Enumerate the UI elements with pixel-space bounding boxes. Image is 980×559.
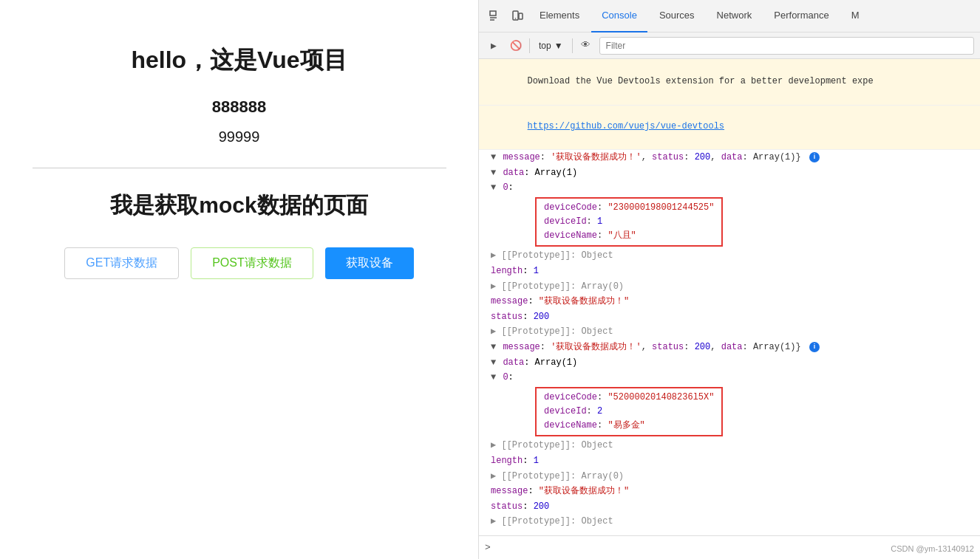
tab-more[interactable]: M bbox=[841, 0, 870, 32]
expand-arrow-1[interactable]: ▼ bbox=[491, 152, 496, 162]
console-prompt: > bbox=[485, 542, 491, 553]
expand-arrow-2[interactable]: ▼ bbox=[491, 342, 496, 352]
prototype-obj-1: ▶ [[Prototype]]: Object bbox=[479, 324, 980, 340]
tab-network[interactable]: Network bbox=[707, 0, 763, 32]
obj1-index0: ▼ 0: bbox=[479, 180, 980, 196]
device-icon[interactable] bbox=[507, 6, 528, 27]
prototype-2a: ▶ [[Prototype]]: Object bbox=[479, 438, 980, 453]
download-message: Download the Vue Devtools extension for … bbox=[479, 59, 980, 106]
divider bbox=[33, 168, 446, 168]
download-link[interactable]: https://github.com/vuejs/vue-devtools bbox=[528, 121, 724, 131]
dropdown-arrow: ▼ bbox=[554, 41, 563, 51]
length-2: length: 1 bbox=[479, 453, 980, 469]
message-1: message: "获取设备数据成功！" bbox=[479, 294, 980, 309]
obj2-data: ▼ data: Array(1) bbox=[479, 355, 980, 371]
expand-arrow-0-2[interactable]: ▼ bbox=[491, 372, 496, 383]
tab-elements[interactable]: Elements bbox=[529, 0, 590, 32]
run-icon[interactable]: ▶ bbox=[485, 37, 503, 55]
obj1-data: ▼ data: Array(1) bbox=[479, 165, 980, 181]
tab-console[interactable]: Console bbox=[591, 0, 647, 32]
svg-rect-4 bbox=[519, 13, 523, 19]
buttons-row: GET请求数据 POST请求数据 获取设备 bbox=[64, 247, 413, 279]
status-2: status: 200 bbox=[479, 499, 980, 515]
devtools-toolbar: ▶ 🚫 top ▼ 👁 bbox=[479, 32, 980, 59]
deviceName-2: deviceName: "易多金" bbox=[544, 419, 714, 433]
highlight-box-1: deviceCode: "230000198001244525" deviceI… bbox=[535, 197, 723, 247]
devtools-panel: Elements Console Sources Network Perform… bbox=[479, 0, 980, 559]
deviceCode-2: deviceCode: "520000201408236l5X" bbox=[544, 391, 714, 405]
tab-sources[interactable]: Sources bbox=[649, 0, 705, 32]
eye-icon[interactable]: 👁 bbox=[577, 37, 595, 55]
subtitle: 我是获取mock数据的页面 bbox=[110, 191, 367, 221]
prototype-obj-2: ▶ [[Prototype]]: Object bbox=[479, 514, 980, 529]
devtools-right-area: Download the Vue Devtools extension for … bbox=[479, 59, 980, 559]
left-panel: hello，这是Vue项目 888888 99999 我是获取mock数据的页面… bbox=[0, 0, 479, 559]
filter-input[interactable] bbox=[599, 37, 974, 55]
obj1-summary: ▼ message: '获取设备数据成功！', status: 200, dat… bbox=[479, 150, 980, 165]
info-icon-1[interactable]: i bbox=[809, 152, 820, 162]
number-888: 888888 bbox=[212, 97, 266, 117]
info-icon-2[interactable]: i bbox=[809, 342, 820, 352]
status-1: status: 200 bbox=[479, 309, 980, 325]
device-button[interactable]: 获取设备 bbox=[325, 247, 414, 279]
obj2-summary: ▼ message: '获取设备数据成功！', status: 200, dat… bbox=[479, 340, 980, 355]
svg-point-5 bbox=[515, 18, 517, 19]
highlight-box-2: deviceCode: "520000201408236l5X" deviceI… bbox=[535, 387, 723, 437]
block-icon[interactable]: 🚫 bbox=[507, 37, 525, 55]
context-selector[interactable]: top ▼ bbox=[534, 39, 568, 52]
main-title: hello，这是Vue项目 bbox=[131, 44, 347, 77]
deviceName-1: deviceName: "八且" bbox=[544, 229, 714, 243]
expand-arrow-data2[interactable]: ▼ bbox=[491, 357, 496, 368]
message-2: message: "获取设备数据成功！" bbox=[479, 484, 980, 499]
download-link-line: https://github.com/vuejs/vue-devtools bbox=[479, 106, 980, 151]
deviceId-2: deviceId: 2 bbox=[544, 405, 714, 419]
expand-arrow-data1[interactable]: ▼ bbox=[491, 168, 496, 178]
expand-arrow-0-1[interactable]: ▼ bbox=[491, 182, 496, 193]
number-999: 99999 bbox=[219, 128, 260, 145]
inspect-icon[interactable] bbox=[485, 6, 506, 27]
separator2 bbox=[572, 38, 573, 53]
svg-rect-0 bbox=[490, 11, 496, 16]
tab-performance[interactable]: Performance bbox=[763, 0, 839, 32]
post-button[interactable]: POST请求数据 bbox=[191, 247, 313, 279]
console-output: Download the Vue Devtools extension for … bbox=[479, 59, 980, 535]
prototype-array-1: ▶ [[Prototype]]: Array(0) bbox=[479, 279, 980, 295]
get-button[interactable]: GET请求数据 bbox=[64, 247, 179, 279]
obj2-index0: ▼ 0: bbox=[479, 370, 980, 385]
deviceId-1: deviceId: 1 bbox=[544, 215, 714, 229]
length-1: length: 1 bbox=[479, 264, 980, 279]
csdn-watermark: CSDN @ym-13140912 bbox=[891, 544, 974, 553]
devtools-tabs: Elements Console Sources Network Perform… bbox=[479, 0, 980, 32]
prototype-1a: ▶ [[Prototype]]: Object bbox=[479, 248, 980, 264]
separator bbox=[529, 38, 530, 53]
prototype-array-2: ▶ [[Prototype]]: Array(0) bbox=[479, 469, 980, 484]
deviceCode-1: deviceCode: "230000198001244525" bbox=[544, 201, 714, 215]
